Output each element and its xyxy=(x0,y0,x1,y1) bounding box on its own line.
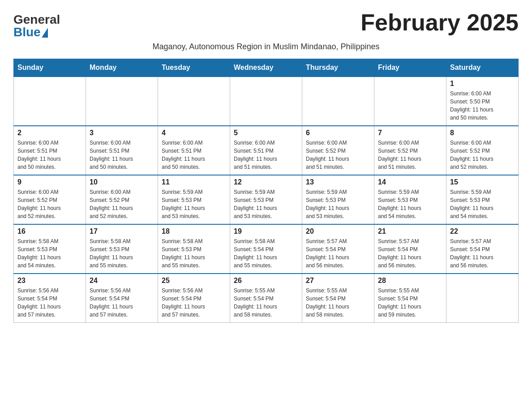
calendar-cell: 24Sunrise: 5:56 AM Sunset: 5:54 PM Dayli… xyxy=(86,274,158,323)
day-number: 8 xyxy=(450,129,515,137)
day-number: 23 xyxy=(17,277,82,285)
day-info: Sunrise: 5:55 AM Sunset: 5:54 PM Dayligh… xyxy=(306,287,370,319)
calendar-header-thursday: Thursday xyxy=(302,59,374,77)
calendar-cell: 28Sunrise: 5:55 AM Sunset: 5:54 PM Dayli… xyxy=(374,274,446,323)
calendar-cell: 27Sunrise: 5:55 AM Sunset: 5:54 PM Dayli… xyxy=(302,274,374,323)
day-info: Sunrise: 5:58 AM Sunset: 5:53 PM Dayligh… xyxy=(17,237,82,270)
day-info: Sunrise: 5:55 AM Sunset: 5:54 PM Dayligh… xyxy=(234,287,298,319)
calendar-week-1: 1Sunrise: 6:00 AM Sunset: 5:50 PM Daylig… xyxy=(14,77,519,126)
calendar-table: SundayMondayTuesdayWednesdayThursdayFrid… xyxy=(13,59,519,323)
calendar-cell: 15Sunrise: 5:59 AM Sunset: 5:53 PM Dayli… xyxy=(446,175,519,224)
day-info: Sunrise: 5:57 AM Sunset: 5:54 PM Dayligh… xyxy=(306,237,370,270)
calendar-cell: 25Sunrise: 5:56 AM Sunset: 5:54 PM Dayli… xyxy=(158,274,230,323)
calendar-cell: 7Sunrise: 6:00 AM Sunset: 5:52 PM Daylig… xyxy=(374,126,446,175)
logo-general-text: General xyxy=(13,13,60,26)
calendar-cell: 2Sunrise: 6:00 AM Sunset: 5:51 PM Daylig… xyxy=(14,126,86,175)
calendar-cell: 21Sunrise: 5:57 AM Sunset: 5:54 PM Dayli… xyxy=(374,224,446,274)
calendar-cell: 6Sunrise: 6:00 AM Sunset: 5:52 PM Daylig… xyxy=(302,126,374,175)
day-info: Sunrise: 6:00 AM Sunset: 5:52 PM Dayligh… xyxy=(17,188,82,220)
calendar-week-3: 9Sunrise: 6:00 AM Sunset: 5:52 PM Daylig… xyxy=(14,175,519,224)
calendar-cell: 12Sunrise: 5:59 AM Sunset: 5:53 PM Dayli… xyxy=(230,175,302,224)
day-number: 21 xyxy=(378,227,442,235)
day-number: 16 xyxy=(17,227,82,235)
calendar-cell: 8Sunrise: 6:00 AM Sunset: 5:52 PM Daylig… xyxy=(446,126,519,175)
calendar-cell: 23Sunrise: 5:56 AM Sunset: 5:54 PM Dayli… xyxy=(14,274,86,323)
day-number: 6 xyxy=(306,129,370,137)
day-number: 9 xyxy=(17,178,82,186)
day-info: Sunrise: 5:58 AM Sunset: 5:54 PM Dayligh… xyxy=(234,237,298,270)
calendar-header-sunday: Sunday xyxy=(14,59,86,77)
calendar-cell: 18Sunrise: 5:58 AM Sunset: 5:53 PM Dayli… xyxy=(158,224,230,274)
calendar-header-friday: Friday xyxy=(374,59,446,77)
day-info: Sunrise: 6:00 AM Sunset: 5:52 PM Dayligh… xyxy=(450,139,515,171)
day-info: Sunrise: 5:58 AM Sunset: 5:53 PM Dayligh… xyxy=(162,237,226,270)
day-number: 24 xyxy=(90,277,154,285)
day-info: Sunrise: 6:00 AM Sunset: 5:51 PM Dayligh… xyxy=(17,139,82,171)
page-header: General Blue February 2025 xyxy=(13,9,519,39)
calendar-cell xyxy=(158,77,230,126)
calendar-subtitle: Maganoy, Autonomous Region in Muslim Min… xyxy=(13,42,519,51)
calendar-week-2: 2Sunrise: 6:00 AM Sunset: 5:51 PM Daylig… xyxy=(14,126,519,175)
day-number: 2 xyxy=(17,129,82,137)
calendar-header-row: SundayMondayTuesdayWednesdayThursdayFrid… xyxy=(14,59,519,77)
logo: General Blue xyxy=(13,13,60,39)
calendar-cell: 16Sunrise: 5:58 AM Sunset: 5:53 PM Dayli… xyxy=(14,224,86,274)
day-info: Sunrise: 5:59 AM Sunset: 5:53 PM Dayligh… xyxy=(234,188,298,220)
day-info: Sunrise: 5:56 AM Sunset: 5:54 PM Dayligh… xyxy=(90,287,154,319)
day-info: Sunrise: 6:00 AM Sunset: 5:52 PM Dayligh… xyxy=(378,139,442,171)
day-number: 7 xyxy=(378,129,442,137)
calendar-cell xyxy=(302,77,374,126)
day-info: Sunrise: 6:00 AM Sunset: 5:52 PM Dayligh… xyxy=(306,139,370,171)
day-info: Sunrise: 5:58 AM Sunset: 5:53 PM Dayligh… xyxy=(90,237,154,270)
calendar-cell: 4Sunrise: 6:00 AM Sunset: 5:51 PM Daylig… xyxy=(158,126,230,175)
day-number: 28 xyxy=(378,277,442,285)
day-number: 11 xyxy=(162,178,226,186)
day-number: 13 xyxy=(306,178,370,186)
calendar-cell xyxy=(374,77,446,126)
calendar-cell xyxy=(14,77,86,126)
day-info: Sunrise: 5:59 AM Sunset: 5:53 PM Dayligh… xyxy=(450,188,515,220)
month-title: February 2025 xyxy=(360,9,519,36)
day-number: 1 xyxy=(450,80,515,88)
day-number: 3 xyxy=(90,129,154,137)
day-number: 20 xyxy=(306,227,370,235)
calendar-cell: 9Sunrise: 6:00 AM Sunset: 5:52 PM Daylig… xyxy=(14,175,86,224)
day-info: Sunrise: 5:57 AM Sunset: 5:54 PM Dayligh… xyxy=(450,237,515,270)
day-info: Sunrise: 5:59 AM Sunset: 5:53 PM Dayligh… xyxy=(378,188,442,220)
calendar-cell: 1Sunrise: 6:00 AM Sunset: 5:50 PM Daylig… xyxy=(446,77,519,126)
day-info: Sunrise: 5:59 AM Sunset: 5:53 PM Dayligh… xyxy=(306,188,370,220)
day-number: 27 xyxy=(306,277,370,285)
day-number: 22 xyxy=(450,227,515,235)
calendar-cell: 26Sunrise: 5:55 AM Sunset: 5:54 PM Dayli… xyxy=(230,274,302,323)
calendar-header-saturday: Saturday xyxy=(446,59,519,77)
calendar-cell: 5Sunrise: 6:00 AM Sunset: 5:51 PM Daylig… xyxy=(230,126,302,175)
day-info: Sunrise: 5:59 AM Sunset: 5:53 PM Dayligh… xyxy=(162,188,226,220)
calendar-cell xyxy=(230,77,302,126)
logo-blue-text: Blue xyxy=(13,26,48,39)
calendar-cell: 10Sunrise: 6:00 AM Sunset: 5:52 PM Dayli… xyxy=(86,175,158,224)
calendar-cell: 22Sunrise: 5:57 AM Sunset: 5:54 PM Dayli… xyxy=(446,224,519,274)
day-number: 10 xyxy=(90,178,154,186)
day-info: Sunrise: 6:00 AM Sunset: 5:52 PM Dayligh… xyxy=(90,188,154,220)
day-info: Sunrise: 6:00 AM Sunset: 5:51 PM Dayligh… xyxy=(162,139,226,171)
day-number: 17 xyxy=(90,227,154,235)
day-number: 19 xyxy=(234,227,298,235)
calendar-cell xyxy=(446,274,519,323)
day-number: 18 xyxy=(162,227,226,235)
day-number: 5 xyxy=(234,129,298,137)
calendar-cell xyxy=(86,77,158,126)
day-info: Sunrise: 5:56 AM Sunset: 5:54 PM Dayligh… xyxy=(162,287,226,319)
calendar-cell: 19Sunrise: 5:58 AM Sunset: 5:54 PM Dayli… xyxy=(230,224,302,274)
calendar-cell: 17Sunrise: 5:58 AM Sunset: 5:53 PM Dayli… xyxy=(86,224,158,274)
calendar-week-5: 23Sunrise: 5:56 AM Sunset: 5:54 PM Dayli… xyxy=(14,274,519,323)
day-info: Sunrise: 5:57 AM Sunset: 5:54 PM Dayligh… xyxy=(378,237,442,270)
calendar-header-wednesday: Wednesday xyxy=(230,59,302,77)
day-number: 4 xyxy=(162,129,226,137)
day-info: Sunrise: 6:00 AM Sunset: 5:51 PM Dayligh… xyxy=(90,139,154,171)
day-number: 14 xyxy=(378,178,442,186)
day-number: 26 xyxy=(234,277,298,285)
calendar-week-4: 16Sunrise: 5:58 AM Sunset: 5:53 PM Dayli… xyxy=(14,224,519,274)
day-number: 12 xyxy=(234,178,298,186)
calendar-cell: 11Sunrise: 5:59 AM Sunset: 5:53 PM Dayli… xyxy=(158,175,230,224)
calendar-header-monday: Monday xyxy=(86,59,158,77)
